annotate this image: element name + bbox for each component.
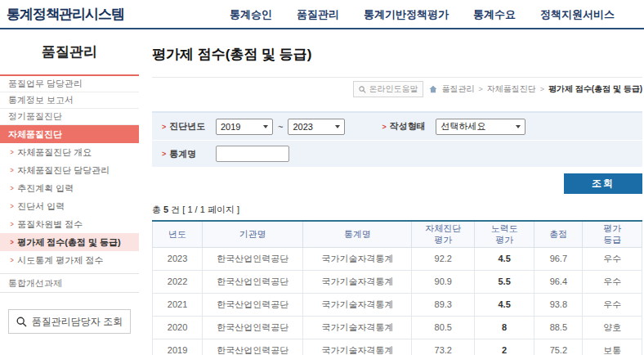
sidebar-item-label: 자체품질진단 개요 (17, 146, 92, 159)
year-to-select[interactable]: 2023 (288, 119, 345, 135)
chevron-right-icon: > (11, 238, 14, 246)
breadcrumb-separator: > (478, 85, 482, 93)
table-row[interactable]: 2023 한국산업인력공단 국가기술자격통계 92.2 4.5 96.7 우수 (153, 247, 642, 270)
cell-org: 한국산업인력공단 (203, 293, 303, 316)
sidebar-title: 품질관리 (0, 31, 139, 74)
cell-stat-name: 국가기술자격통계 (303, 316, 412, 339)
sidebar-item-self-diagnosis-overview[interactable]: > 자체품질진단 개요 (0, 143, 139, 161)
breadcrumb-item[interactable]: 자체품질진단 (487, 83, 536, 95)
sidebar-item-dimension-score[interactable]: > 품질차원별 점수 (0, 215, 139, 233)
col-header-org: 기관명 (203, 221, 303, 247)
cell-self-score: 80.5 (412, 316, 475, 339)
results-table: 년도 기관명 통계명 자체진단 평가 노력도 평가 총점 평가 등급 2023 … (152, 220, 642, 355)
cell-year: 2020 (153, 316, 203, 339)
label-text: 작성형태 (390, 120, 426, 133)
sidebar-item-improvement-tasks[interactable]: 통합개선과제 (0, 273, 139, 293)
cell-year: 2019 (153, 339, 203, 355)
table-row[interactable]: 2019 한국산업인력공단 국가기술자격통계 73.2 2 75.2 보통 (153, 339, 642, 355)
cell-stat-name: 국가기술자격통계 (303, 293, 412, 316)
col-header-stat-name: 통계명 (303, 221, 412, 247)
table-row[interactable]: 2020 한국산업인력공단 국가기술자격통계 80.5 8 88.5 양호 (153, 316, 642, 339)
diagnosis-year-label: > 진단년도 (162, 120, 216, 133)
sidebar-item-plan-input[interactable]: > 추진계획 입력 (0, 179, 139, 197)
table-header-row: 년도 기관명 통계명 자체진단 평가 노력도 평가 총점 평가 등급 (153, 221, 642, 247)
col-header-grade: 평가 등급 (583, 221, 642, 247)
cell-total-score: 93.8 (534, 293, 583, 316)
table-row[interactable]: 2022 한국산업인력공단 국가기술자격통계 90.9 5.5 96.4 우수 (153, 270, 642, 293)
online-help-button[interactable]: 온라인도움말 (353, 81, 423, 97)
sidebar-item-self-diagnosis[interactable]: 자체품질진단 (0, 125, 139, 143)
year-from-select[interactable]: 2019 (216, 119, 273, 135)
quality-manager-search-button[interactable]: 품질관리담당자 조회 (8, 309, 131, 334)
breadcrumb-item[interactable]: 품질관리 (441, 83, 474, 95)
page-indicator: [ 1 / 1 페이지 ] (182, 204, 239, 214)
breadcrumb-separator: > (540, 85, 544, 93)
chevron-right-icon: > (11, 202, 14, 210)
stat-name-label: > 통계명 (162, 148, 216, 160)
chevron-down-icon (335, 125, 340, 128)
search-button[interactable]: 조회 (564, 173, 642, 194)
form-type-select[interactable]: 선택하세요 (436, 119, 525, 135)
sidebar-item-self-diagnosis-manager[interactable]: > 자체품질진단 담당관리 (0, 161, 139, 179)
cell-stat-name: 국가기술자격통계 (303, 270, 412, 293)
col-header-effort-eval: 노력도 평가 (475, 221, 534, 247)
cell-org: 한국산업인력공단 (203, 247, 303, 270)
sidebar-item-quality-duty-mgmt[interactable]: 품질업무 담당관리 (0, 76, 139, 92)
cell-self-score: 90.9 (412, 270, 475, 293)
nav-item-stat-demand[interactable]: 통계수요 (473, 7, 516, 22)
cell-org: 한국산업인력공단 (203, 339, 303, 355)
cell-effort-score: 4.5 (475, 247, 534, 270)
button-row: 조회 (152, 173, 642, 194)
quality-manager-search-label: 품질관리담당자 조회 (32, 315, 123, 329)
cell-total-score: 75.2 (534, 339, 583, 355)
sidebar-item-label: 진단서 입력 (17, 200, 65, 213)
nav-item-quality-mgmt[interactable]: 품질관리 (297, 7, 339, 22)
cell-grade: 우수 (583, 247, 642, 270)
chevron-down-icon (263, 125, 268, 128)
cell-effort-score: 5.5 (475, 270, 534, 293)
sidebar-item-label: 자체품질진단 담당관리 (17, 164, 110, 177)
nav-item-policy-eval[interactable]: 통계기반정책평가 (364, 7, 449, 22)
chevron-right-icon: > (11, 220, 14, 228)
online-help-label: 온라인도움말 (369, 83, 418, 95)
summary-prefix: 총 (152, 204, 161, 214)
app-header: 통계정책관리시스템 통계승인 품질관리 통계기반정책평가 통계수요 정책지원서비… (0, 0, 644, 29)
cell-self-score: 92.2 (412, 247, 475, 270)
sidebar-item-label: 추진계획 입력 (17, 182, 74, 195)
filter-row-1: > 진단년도 2019 ~ 2023 > 작성형태 선택하세요 (152, 113, 642, 140)
nav-item-policy-support[interactable]: 정책지원서비스 (540, 7, 615, 22)
sidebar-item-diagnosis-sheet-input[interactable]: > 진단서 입력 (0, 197, 139, 215)
chevron-right-icon: > (11, 166, 14, 174)
filter-row-2: > 통계명 (152, 140, 642, 167)
cell-total-score: 88.5 (534, 316, 583, 339)
search-icon (359, 86, 366, 93)
sidebar-item-stat-info-report[interactable]: 통계정보 보고서 (0, 92, 139, 109)
cell-year: 2023 (153, 247, 203, 270)
cell-org: 한국산업인력공단 (203, 316, 303, 339)
sidebar-item-label: 평가제 점수(총점 및 등급) (17, 236, 121, 249)
sidebar-item-regional-eval-score[interactable]: > 시도통계 평가제 점수 (0, 251, 139, 269)
chevron-down-icon (516, 125, 521, 128)
chevron-right-icon: > (11, 184, 14, 192)
label-arrow-icon: > (162, 123, 166, 131)
cell-grade: 우수 (583, 293, 642, 316)
main-content: 평가제 점수(총점 및 등급) 온라인도움말 품질관리 > 자체품질진단 > 평… (139, 31, 644, 355)
cell-grade: 보통 (583, 339, 642, 355)
form-type-label: > 작성형태 (382, 120, 436, 133)
app-logo[interactable]: 통계정책관리시스템 (7, 5, 124, 24)
sidebar-item-eval-score[interactable]: > 평가제 점수(총점 및 등급) (0, 233, 139, 251)
col-header-self-eval: 자체진단 평가 (412, 221, 475, 247)
table-row[interactable]: 2021 한국산업인력공단 국가기술자격통계 89.3 4.5 93.8 우수 (153, 293, 642, 316)
summary-suffix: 건 (171, 204, 180, 214)
cell-grade: 우수 (583, 270, 642, 293)
breadcrumb-bar: 온라인도움말 품질관리 > 자체품질진단 > 평가제 점수(총점 및 등급) (152, 77, 642, 101)
breadcrumb-current: 평가제 점수(총점 및 등급) (548, 83, 642, 95)
nav-item-stat-approval[interactable]: 통계승인 (230, 7, 272, 22)
label-arrow-icon: > (162, 150, 166, 158)
label-arrow-icon: > (382, 123, 386, 131)
chevron-right-icon: > (11, 256, 14, 264)
stat-name-input[interactable] (216, 146, 289, 162)
cell-effort-score: 2 (475, 339, 534, 355)
sidebar-item-regular-diagnosis[interactable]: 정기품질진단 (0, 109, 139, 125)
search-icon (16, 317, 27, 327)
